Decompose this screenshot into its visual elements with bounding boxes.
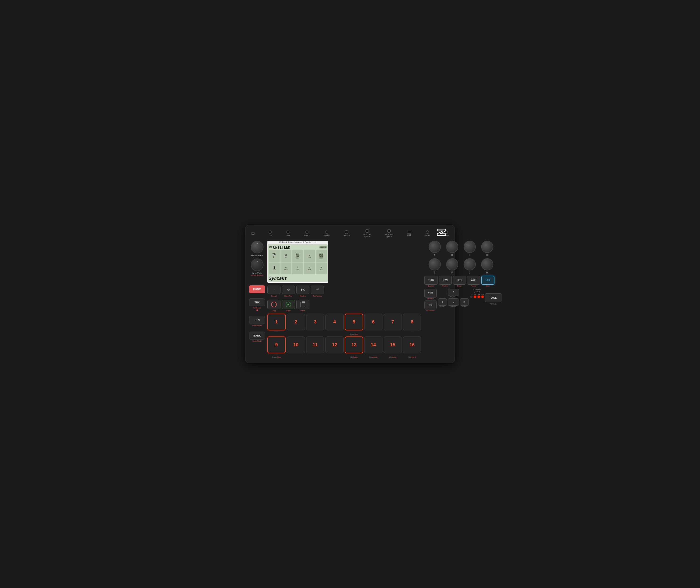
- knob-f[interactable]: [446, 258, 458, 270]
- trig-button[interactable]: TRIG: [424, 276, 437, 284]
- dots-icon: ···: [273, 288, 275, 291]
- label-step15-m3: M3/Mod A: [384, 356, 402, 358]
- trig-group: TRIG Quantize: [424, 276, 437, 287]
- step-button-3[interactable]: 3: [306, 314, 324, 331]
- left-jack: [269, 230, 272, 234]
- knob-g[interactable]: [464, 258, 476, 270]
- page-button[interactable]: PAGE: [485, 293, 501, 302]
- down-arrow-group: ∨ Rtrg/Oct-: [448, 299, 459, 307]
- display-params-row2: ▊ LEV ∿ WAVE ⌇ SPH: [269, 262, 327, 274]
- syntakt-device: 🎧 Left Right Input L Input R MIDI In MID…: [245, 225, 455, 363]
- knob-d[interactable]: [481, 241, 493, 253]
- port-input-r-label: Input R: [324, 234, 330, 236]
- knob-b[interactable]: [446, 241, 458, 253]
- step-button-9[interactable]: 9: [267, 337, 286, 353]
- right-arrow-button[interactable]: >: [460, 299, 469, 306]
- svg-marker-0: [437, 229, 446, 235]
- bank-group: BANK Mute Mode: [249, 332, 265, 342]
- copy-button-group: Copy: [267, 300, 280, 312]
- fltr-sublabel: Delay: [457, 285, 462, 287]
- fltr-group: FLTR Delay: [453, 276, 466, 287]
- step-button-7[interactable]: 7: [384, 314, 402, 331]
- ptn-button[interactable]: PTN: [249, 316, 265, 324]
- keyboard-label: Keyboard: [253, 307, 261, 309]
- yes-no-column: YES Save Ptn NO Reload Ptn: [424, 288, 437, 311]
- main-volume-knob[interactable]: [251, 241, 263, 253]
- step-button-4[interactable]: 4: [325, 314, 344, 331]
- paste-button[interactable]: [296, 300, 309, 309]
- arrow-nav: < μTime- ∧ Rtrg/Oct+ ∨ Rtrg/Oct-: [438, 288, 469, 307]
- label-step1: [267, 334, 286, 335]
- knob-c[interactable]: [464, 241, 476, 253]
- trk-button[interactable]: TRK: [249, 299, 265, 307]
- yes-button[interactable]: YES: [424, 288, 437, 298]
- step-button-14[interactable]: 14: [364, 337, 382, 353]
- step-button-2[interactable]: 2: [287, 314, 305, 331]
- step-button-15[interactable]: 15: [384, 337, 402, 353]
- clear-button[interactable]: ▶: [282, 300, 295, 309]
- knob-a-label: A: [434, 254, 435, 256]
- copy-clear-paste-row: Copy ▶ Clear Paste: [267, 300, 421, 312]
- step-button-8[interactable]: 8: [403, 314, 421, 331]
- port-right: Right: [286, 230, 290, 236]
- port-input-r: Input R: [324, 230, 330, 236]
- step-button-12[interactable]: 12: [325, 337, 344, 353]
- label-step11: [306, 356, 324, 358]
- step-button-11[interactable]: 11: [306, 337, 324, 353]
- ptn-label-4: 4:4: [481, 293, 484, 295]
- no-button[interactable]: NO: [424, 301, 437, 310]
- copy-button[interactable]: [267, 300, 280, 309]
- ptn-dot-1: [470, 296, 473, 298]
- routing-button[interactable]: FX: [296, 285, 309, 294]
- sound-button[interactable]: ···: [267, 285, 280, 294]
- knob-h-group: H: [481, 258, 493, 274]
- save-proj-button[interactable]: ⚙: [282, 285, 295, 294]
- port-left-label: Left: [269, 234, 272, 236]
- port-midi-in-label: MIDI In: [343, 234, 350, 237]
- midi-thru-jack: [387, 229, 391, 233]
- up-arrow-button[interactable]: ∧: [448, 288, 459, 296]
- level-data-knob[interactable]: [251, 258, 263, 271]
- device-name-text: Syntakt: [269, 276, 287, 281]
- knob-h[interactable]: [481, 258, 493, 270]
- step-button-10[interactable]: 10: [287, 337, 305, 353]
- step-button-5[interactable]: 5: [345, 314, 363, 331]
- param-sph: ⌇ SPH: [292, 262, 303, 274]
- label-step12: [325, 356, 344, 358]
- logo-icon: [437, 228, 446, 236]
- left-arrow-button[interactable]: <: [438, 299, 447, 306]
- syn-button[interactable]: SYN: [439, 276, 452, 284]
- paste-clip-icon: [302, 302, 305, 303]
- fltr-button[interactable]: FLTR: [453, 276, 466, 284]
- step-button-13[interactable]: 13: [345, 337, 363, 353]
- func-button[interactable]: FUNC: [249, 285, 265, 293]
- knob-d-label: D: [486, 254, 488, 256]
- step-button-6[interactable]: 6: [364, 314, 382, 331]
- routing-label: Routing: [300, 295, 306, 297]
- page-fill-column: PAGE Fill/Scale: [485, 293, 501, 305]
- display-title: 12 Track Drum Computer & Synthesizer: [267, 241, 328, 244]
- amp-button[interactable]: AMP: [467, 276, 480, 284]
- down-arrow-button[interactable]: ∨: [448, 299, 459, 306]
- param-fade: ↗ FADE: [304, 250, 315, 262]
- label-step13-m1: M1/Retrig: [345, 356, 363, 358]
- bank-button[interactable]: BANK: [249, 332, 265, 340]
- knob-g-label: G: [469, 271, 471, 274]
- tap-tempo-button[interactable]: ⏎: [311, 285, 324, 294]
- port-usb-label: USB: [407, 234, 411, 236]
- step-button-16[interactable]: 16: [403, 337, 421, 353]
- amp-group: AMP Reverb: [467, 276, 480, 287]
- left-panel: Main Volume Level/Data Sound Browser FUN…: [249, 241, 265, 358]
- knob-a[interactable]: [429, 241, 441, 253]
- save-proj-label: Save Proj: [284, 295, 293, 297]
- pattern-dots-row: 1:4 2:4 3:4: [470, 293, 484, 298]
- step-button-1[interactable]: 1: [267, 314, 286, 331]
- knob-e[interactable]: [429, 258, 441, 270]
- down-arrow-sublabel: Rtrg/Oct-: [451, 306, 456, 307]
- row2-labels: Analog/Mute M1/Retrig M2/Velocity M3/Mod…: [267, 356, 421, 358]
- port-midi-out: MIDI OutSync A: [364, 229, 371, 238]
- lfo-button[interactable]: LFO: [481, 276, 494, 284]
- top-ports-bar: 🎧 Left Right Input L Input R MIDI In MID…: [249, 228, 451, 239]
- label-step6: [364, 334, 382, 335]
- copy-icon: [271, 302, 277, 307]
